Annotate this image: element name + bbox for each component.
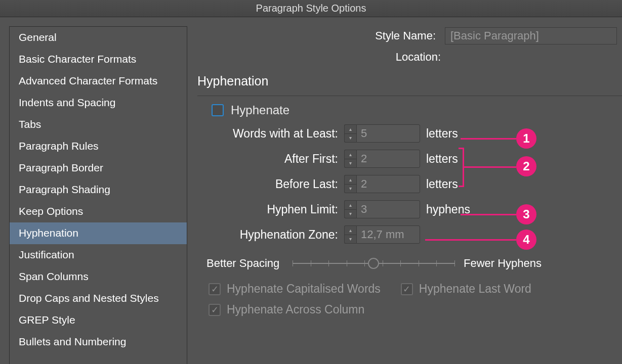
sidebar-item[interactable]: Drop Caps and Nested Styles <box>10 288 187 309</box>
chevron-down-icon[interactable]: ▾ <box>345 185 356 193</box>
hyphenate-across-col-checkbox[interactable] <box>209 304 221 316</box>
window-title: Paragraph Style Options <box>256 3 366 14</box>
spinner-value[interactable]: 12,7 mm <box>356 225 420 244</box>
chevron-down-icon[interactable]: ▾ <box>345 235 356 244</box>
spinner-value[interactable]: 2 <box>356 175 420 193</box>
sidebar-item[interactable]: Keep Options <box>10 201 187 222</box>
style-name-field[interactable]: [Basic Paragraph] <box>445 27 617 44</box>
sidebar-item[interactable]: Indents and Spacing <box>10 92 187 114</box>
style-name-value: [Basic Paragraph] <box>450 29 539 42</box>
spinner[interactable]: ▴▾2 <box>344 175 420 193</box>
titlebar: Paragraph Style Options <box>0 0 622 17</box>
field-unit: letters <box>426 127 497 141</box>
hyphenate-cap-words-label: Hyphenate Capitalised Words <box>227 282 381 296</box>
sidebar: GeneralBasic Character FormatsAdvanced C… <box>9 26 187 364</box>
content-pane: Style Name: [Basic Paragraph] Location: … <box>187 26 622 364</box>
location-row: Location: <box>197 51 622 64</box>
slider-right-label: Fewer Hyphens <box>464 257 542 270</box>
field-label: Hyphen Limit: <box>206 203 338 216</box>
sidebar-item[interactable]: Paragraph Rules <box>10 135 187 157</box>
section-divider <box>197 96 622 96</box>
hyphenate-checkbox-row: Hyphenate <box>212 103 622 117</box>
chevron-up-icon[interactable]: ▴ <box>345 175 356 185</box>
spinner-buttons[interactable]: ▴▾ <box>344 225 356 244</box>
slider-left-label: Better Spacing <box>206 257 293 270</box>
field-row: Hyphen Limit:▴▾3hyphens <box>206 200 622 218</box>
chevron-up-icon[interactable]: ▴ <box>345 226 356 235</box>
field-row: Hyphenation Zone:▴▾12,7 mm <box>206 225 622 244</box>
slider-tick <box>364 260 365 266</box>
spinner[interactable]: ▴▾3 <box>344 200 420 218</box>
hyphenate-label: Hyphenate <box>231 103 289 117</box>
sidebar-item[interactable]: Basic Character Formats <box>10 49 187 70</box>
field-row: Words with at Least:▴▾5letters <box>206 124 622 143</box>
chevron-down-icon[interactable]: ▾ <box>345 210 356 218</box>
chevron-up-icon[interactable]: ▴ <box>345 125 356 134</box>
slider-tick <box>400 260 401 266</box>
spacing-slider-row: Better Spacing Fewer Hyphens <box>206 257 622 270</box>
field-unit: letters <box>426 152 497 166</box>
spinner-buttons[interactable]: ▴▾ <box>344 175 356 193</box>
field-label: Words with at Least: <box>206 127 338 141</box>
field-label: Before Last: <box>206 177 338 191</box>
slider-tick <box>419 260 419 266</box>
slider-tick <box>311 260 311 266</box>
slider-tick <box>383 260 383 266</box>
main: GeneralBasic Character FormatsAdvanced C… <box>0 17 622 364</box>
field-label: After First: <box>206 152 338 166</box>
sidebar-item[interactable]: Paragraph Shading <box>10 179 187 201</box>
spinner-buttons[interactable]: ▴▾ <box>344 150 356 168</box>
sidebar-item[interactable]: General <box>10 27 187 49</box>
slider-thumb[interactable] <box>368 258 379 269</box>
style-name-row: Style Name: [Basic Paragraph] <box>197 27 622 44</box>
hyphenation-form: Hyphenate Words with at Least:▴▾5letters… <box>197 103 622 316</box>
hyphenate-checkbox[interactable] <box>212 104 224 116</box>
extra-checks-row-2: Hyphenate Across Column <box>209 303 622 316</box>
sidebar-item[interactable]: Advanced Character Formats <box>10 70 187 92</box>
hyphenate-last-word-label: Hyphenate Last Word <box>419 282 531 296</box>
chevron-up-icon[interactable]: ▴ <box>345 201 356 210</box>
slider-tick <box>436 260 437 266</box>
slider-tick <box>293 260 293 266</box>
spinner-value[interactable]: 3 <box>356 200 420 218</box>
field-row: Before Last:▴▾2letters <box>206 175 622 193</box>
hyphenate-cap-words-checkbox[interactable] <box>209 283 221 295</box>
field-row: After First:▴▾2letters <box>206 150 622 168</box>
chevron-down-icon[interactable]: ▾ <box>345 134 356 143</box>
spacing-slider[interactable] <box>293 257 454 270</box>
sidebar-item[interactable]: Bullets and Numbering <box>10 331 187 353</box>
sidebar-item[interactable]: GREP Style <box>10 309 187 331</box>
chevron-up-icon[interactable]: ▴ <box>345 150 356 159</box>
slider-tick <box>328 260 329 266</box>
chevron-down-icon[interactable]: ▾ <box>345 159 356 168</box>
spinner[interactable]: ▴▾12,7 mm <box>344 225 420 244</box>
field-unit: hyphens <box>426 203 497 216</box>
style-name-label: Style Name: <box>375 29 436 42</box>
sidebar-item[interactable]: Hyphenation <box>10 222 187 244</box>
field-unit: letters <box>426 177 497 191</box>
sidebar-item[interactable]: Tabs <box>10 114 187 135</box>
sidebar-item[interactable]: Paragraph Border <box>10 157 187 179</box>
location-label: Location: <box>396 51 441 64</box>
field-label: Hyphenation Zone: <box>206 228 338 242</box>
sidebar-item[interactable]: Justification <box>10 244 187 266</box>
spinner-value[interactable]: 2 <box>356 150 420 168</box>
section-title: Hyphenation <box>197 74 622 88</box>
extra-checks-row-1: Hyphenate Capitalised Words Hyphenate La… <box>209 282 622 296</box>
hyphenate-last-word-checkbox[interactable] <box>401 283 413 295</box>
spinner-value[interactable]: 5 <box>356 124 420 143</box>
spinner-buttons[interactable]: ▴▾ <box>344 124 356 143</box>
slider-tick <box>347 260 347 266</box>
spinner-buttons[interactable]: ▴▾ <box>344 200 356 218</box>
spinner[interactable]: ▴▾5 <box>344 124 420 143</box>
sidebar-item[interactable]: Span Columns <box>10 266 187 288</box>
slider-tick <box>454 260 455 266</box>
hyphenate-across-col-label: Hyphenate Across Column <box>227 303 364 316</box>
spinner[interactable]: ▴▾2 <box>344 150 420 168</box>
